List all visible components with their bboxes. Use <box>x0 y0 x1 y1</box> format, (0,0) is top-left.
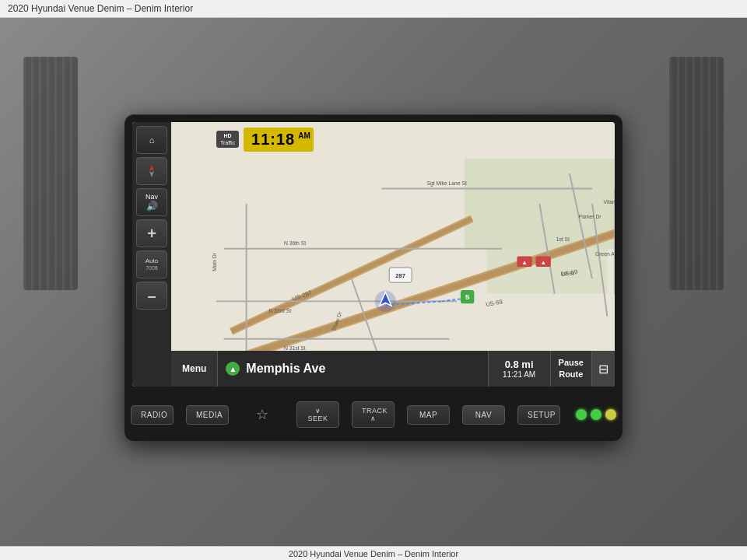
screen-bottombar: Menu ▲ Memphis Ave 0.8 mi 11:21 AM Pause… <box>171 351 615 387</box>
street-name: Memphis Ave <box>246 362 325 376</box>
plus-icon: + <box>147 225 156 243</box>
favorite-button[interactable]: ☆ <box>241 401 284 428</box>
auto-zoom-button[interactable]: Auto 700ft <box>136 250 167 278</box>
eta: 11:21 AM <box>503 370 535 379</box>
svg-text:N 36th St: N 36th St <box>284 240 306 246</box>
bottom-controls: RADIO MEDIA ☆ ∨ SEEK TRACK ∧ MAP NAV SET… <box>132 387 615 439</box>
street-display: ▲ Memphis Ave <box>218 351 488 387</box>
nav-label: Nav <box>146 193 158 201</box>
nav-unit: ⌂ Nav 🔊 + Auto 700ft <box>124 114 622 441</box>
yellow-dot <box>605 409 616 420</box>
route-label: Route <box>559 369 583 380</box>
distance: 0.8 mi <box>505 359 534 370</box>
traffic-button[interactable]: HD Traffic <box>216 131 239 148</box>
green-dot-1 <box>576 409 587 420</box>
map-svg: 287 US-287 US-69 US-69 N 36th St N 33rd … <box>171 122 615 387</box>
svg-marker-0 <box>149 165 154 171</box>
svg-text:Sgt Mike Lane St: Sgt Mike Lane St <box>426 180 467 187</box>
extra-icon: ⊟ <box>598 362 608 376</box>
car-interior: ⌂ Nav 🔊 + Auto 700ft <box>0 18 747 560</box>
screen-topbar: HD Traffic 11:18 AM <box>210 122 615 156</box>
compass-icon <box>144 163 160 179</box>
nav-button[interactable]: Nav 🔊 <box>136 188 167 216</box>
svg-text:1st St: 1st St <box>560 271 573 276</box>
menu-button[interactable]: Menu <box>171 351 218 387</box>
svg-text:Vitanbo Rd: Vitanbo Rd <box>604 199 615 205</box>
home-button[interactable]: ⌂ <box>136 126 167 154</box>
svg-text:Main Dr: Main Dr <box>212 252 217 271</box>
seek-button[interactable]: ∨ SEEK <box>296 401 339 428</box>
nav-screen: ⌂ Nav 🔊 + Auto 700ft <box>132 122 615 387</box>
speaker-icon: 🔊 <box>146 201 158 212</box>
map-area: 287 US-287 US-69 US-69 N 36th St N 33rd … <box>171 122 615 387</box>
traffic-label: Traffic <box>220 139 235 146</box>
menu-label: Menu <box>182 363 206 374</box>
nav-mode-button[interactable]: NAV <box>462 405 505 425</box>
page-title-bottom: 2020 Hyundai Venue Denim – Denim Interio… <box>0 546 747 560</box>
indicator-lights <box>576 409 616 420</box>
distance-info: 0.8 mi 11:21 AM <box>489 351 551 387</box>
radio-button[interactable]: RADIO <box>131 405 174 425</box>
page-title: 2020 Hyundai Venue Denim – Denim Interio… <box>8 3 193 14</box>
zoom-in-button[interactable]: + <box>136 219 167 247</box>
home-icon: ⌂ <box>149 135 155 145</box>
svg-text:1st St: 1st St <box>556 236 570 242</box>
auto-label: Auto <box>146 257 158 265</box>
left-vent <box>23 57 78 290</box>
pause-label: Pause <box>559 357 584 369</box>
zoom-out-button[interactable]: – <box>136 282 167 310</box>
right-vent <box>669 57 724 290</box>
clock-display: 11:18 <box>244 128 303 152</box>
svg-text:▲: ▲ <box>540 259 546 266</box>
pause-route-button[interactable]: Pause Route <box>551 351 592 387</box>
minus-icon: – <box>147 287 156 305</box>
setup-button[interactable]: SETUP <box>517 405 560 425</box>
page-title-bar: 2020 Hyundai Venue Denim – Denim Interio… <box>0 0 747 18</box>
clock-ampm: AM <box>298 128 314 152</box>
svg-text:5: 5 <box>465 292 470 301</box>
extra-button[interactable]: ⊟ <box>592 351 615 387</box>
svg-text:▲: ▲ <box>521 259 528 266</box>
svg-text:Parker Dr: Parker Dr <box>579 214 602 219</box>
svg-text:N 33rd St: N 33rd St <box>269 308 292 313</box>
svg-marker-1 <box>149 171 154 177</box>
recenter-button[interactable] <box>136 157 167 185</box>
track-button[interactable]: TRACK ∧ <box>352 401 395 428</box>
nav-arrow: ▲ <box>226 362 240 376</box>
green-dot-2 <box>591 409 601 420</box>
left-controls: ⌂ Nav 🔊 + Auto 700ft <box>132 122 171 387</box>
media-button[interactable]: MEDIA <box>186 405 229 425</box>
svg-text:Green Ave: Green Ave <box>595 251 615 257</box>
map-button[interactable]: MAP <box>407 405 450 425</box>
zoom-distance: 700ft <box>146 265 158 271</box>
svg-text:287: 287 <box>395 272 405 279</box>
hd-label: HD <box>220 132 235 139</box>
